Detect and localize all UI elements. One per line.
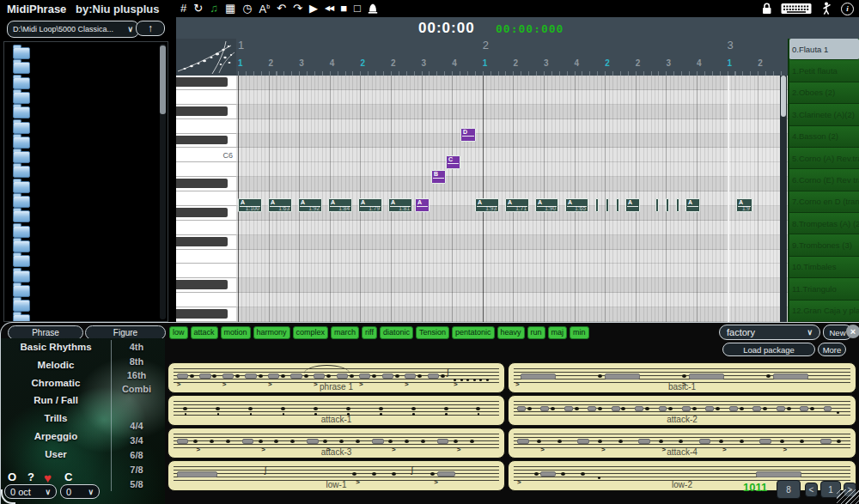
folder-icon[interactable]: [13, 151, 30, 163]
load-package-button[interactable]: Load package: [722, 343, 815, 356]
subcategory-7-8[interactable]: 7/8: [111, 465, 162, 475]
piano-black-key[interactable]: [176, 235, 236, 250]
notation-panel[interactable]: ʃ>ʃ>low-1: [168, 460, 505, 491]
favorite-heart-icon[interactable]: ♥: [44, 471, 52, 485]
folder-icon[interactable]: [13, 300, 30, 312]
piano-black-key[interactable]: [176, 134, 236, 149]
redo-icon[interactable]: ↷: [293, 0, 302, 17]
track-item[interactable]: 7.Corno en D (trans...: [789, 191, 859, 213]
midi-note[interactable]: A1:9: [736, 198, 752, 212]
subcategory-4th[interactable]: 4th: [111, 342, 162, 352]
folder-icon[interactable]: [13, 181, 30, 193]
folder-icon[interactable]: [13, 255, 30, 267]
subcategory-4-4[interactable]: 4/4: [111, 421, 162, 431]
category-arpeggio[interactable]: Arpeggio: [1, 431, 111, 441]
piano-black-key[interactable]: [176, 307, 236, 322]
midi-note[interactable]: A1:93: [475, 198, 499, 212]
resize-handle[interactable]: [837, 489, 859, 504]
grid-icon[interactable]: #: [180, 0, 186, 17]
tag-harmony[interactable]: harmony: [253, 326, 290, 339]
folder-icon[interactable]: [13, 92, 30, 104]
info-icon[interactable]: i: [841, 3, 854, 15]
record-icon[interactable]: □: [354, 0, 361, 17]
folder-icon[interactable]: [13, 240, 30, 252]
bell-icon[interactable]: [368, 3, 378, 15]
font-icon[interactable]: Ab: [259, 0, 271, 19]
track-item[interactable]: 3.Clarinete (A)(2): [789, 104, 859, 125]
piano-black-key[interactable]: [176, 206, 236, 221]
piano-white-key[interactable]: [176, 250, 236, 264]
page-size-button[interactable]: 8: [777, 480, 801, 499]
track-item[interactable]: 1.Petit flauta: [789, 60, 859, 82]
folder-icon[interactable]: [13, 62, 30, 74]
subcategory-5-8[interactable]: 5/8: [111, 479, 162, 489]
person-icon[interactable]: [821, 2, 832, 15]
folder-icon[interactable]: [13, 285, 30, 297]
piano-white-key[interactable]: [176, 162, 236, 177]
midi-note[interactable]: [606, 198, 609, 212]
subcategory-3-4[interactable]: 3/4: [111, 435, 162, 446]
piano-white-key[interactable]: [176, 264, 236, 278]
midi-note[interactable]: [666, 198, 669, 212]
midi-note[interactable]: C: [446, 155, 460, 169]
folder-icon[interactable]: [13, 77, 30, 89]
midi-note[interactable]: A1:71: [505, 198, 529, 212]
package-select[interactable]: factory ∨: [719, 325, 820, 340]
track-item[interactable]: 5.Corno (A) Rev.tra...: [789, 148, 859, 169]
rewind-icon[interactable]: ◀◀: [325, 0, 333, 17]
notation-panel[interactable]: attack-1: [168, 395, 505, 426]
folder-icon[interactable]: [13, 122, 30, 134]
midi-note[interactable]: [595, 198, 599, 212]
lock-icon[interactable]: [762, 3, 771, 15]
note-grid[interactable]: A1:100A1:63A1:92A1:84A1:79A1:81ABCDA1:93…: [236, 76, 859, 322]
track-item[interactable]: 6.Corno (E) Rev tran...: [789, 169, 859, 191]
midi-note[interactable]: A: [625, 198, 640, 212]
notation-panel[interactable]: >>>>>>ʃ>phrase 1: [168, 362, 505, 393]
track-item[interactable]: 2.Oboes (2): [789, 82, 859, 104]
close-panel-button[interactable]: ×: [846, 325, 859, 338]
tag-march[interactable]: march: [331, 326, 359, 339]
folder-up-button[interactable]: ↑: [136, 21, 165, 36]
piano-white-key[interactable]: C6: [176, 148, 236, 162]
midi-note[interactable]: A: [415, 198, 430, 212]
undo-icon[interactable]: ↶: [277, 0, 286, 17]
folder-path-select[interactable]: D:\Midi Loop\5000 Classica... ∨: [7, 21, 139, 38]
piano-white-key[interactable]: [176, 191, 236, 206]
loop-end-marker[interactable]: [728, 76, 729, 322]
file-scrollbar[interactable]: [160, 44, 166, 319]
midi-note[interactable]: A1:84: [328, 198, 352, 212]
help-button[interactable]: ?: [27, 471, 34, 483]
more-button[interactable]: More: [818, 343, 846, 356]
piano-white-key[interactable]: [176, 90, 236, 105]
folder-icon[interactable]: [13, 47, 30, 59]
tag-run[interactable]: run: [527, 326, 545, 339]
track-item[interactable]: 12.Gran Caja y plati...: [789, 301, 859, 322]
subcategory-combi[interactable]: Combi: [111, 384, 162, 394]
track-item[interactable]: 0.Flauta 1: [789, 39, 859, 60]
track-item[interactable]: 10.Timbales: [789, 257, 859, 278]
folder-icon[interactable]: [13, 166, 30, 178]
folder-icon[interactable]: [13, 196, 30, 208]
folder-icon[interactable]: [13, 137, 30, 149]
piano-black-key[interactable]: [176, 76, 236, 90]
reload-icon[interactable]: ↻: [193, 0, 203, 17]
track-item[interactable]: 4.Basson (2): [789, 126, 859, 148]
folder-icon[interactable]: [13, 210, 30, 222]
midi-note[interactable]: A1:79: [358, 198, 382, 212]
category-melodic[interactable]: Melodic: [1, 360, 111, 370]
folder-icon[interactable]: [13, 270, 30, 282]
subcategory-8th[interactable]: 8th: [111, 356, 162, 367]
option-o-button[interactable]: O: [8, 471, 16, 483]
midi-note[interactable]: B: [431, 170, 446, 184]
roll-scrollbar[interactable]: [780, 76, 787, 322]
midi-note[interactable]: A1:63: [268, 198, 292, 212]
transpose-select[interactable]: 0 ∨: [60, 484, 100, 499]
tag-diatonic[interactable]: diatonic: [380, 326, 413, 339]
piano-white-key[interactable]: [176, 119, 236, 134]
tag-riff[interactable]: riff: [362, 326, 377, 339]
category-run-fall[interactable]: Run / Fall: [1, 395, 111, 405]
tag-maj[interactable]: maj: [548, 326, 568, 339]
category-chromatic[interactable]: Chromatic: [1, 378, 111, 388]
tag-complex[interactable]: complex: [293, 326, 329, 339]
notation-panel[interactable]: >>>>>attack-4: [508, 428, 856, 458]
